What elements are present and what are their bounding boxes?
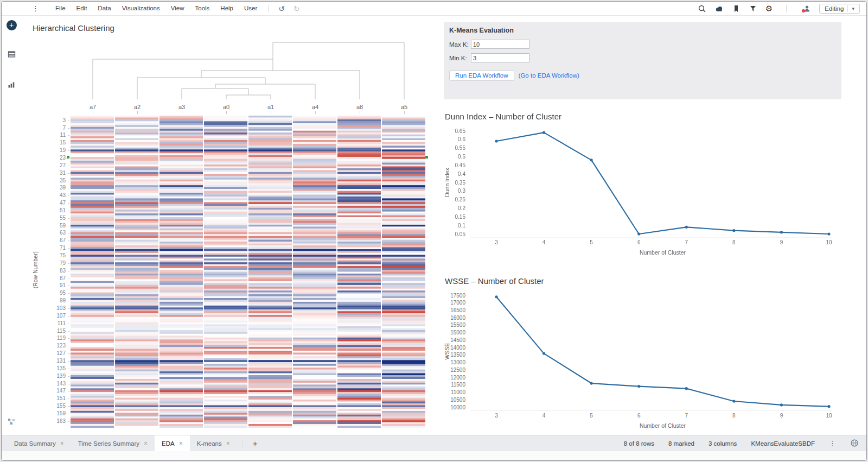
menu-data[interactable]: Data	[92, 2, 116, 15]
tab-label: K-means	[197, 440, 222, 447]
max-k-input[interactable]	[471, 40, 529, 49]
tab-eda[interactable]: EDA×	[155, 435, 190, 451]
notification-badge	[802, 9, 805, 12]
column-label: a2	[121, 104, 154, 110]
menu-help[interactable]: Help	[215, 2, 239, 15]
svg-text:Number of Cluster: Number of Cluster	[640, 422, 686, 429]
row-tick	[68, 353, 69, 354]
max-k-label: Max K:	[449, 41, 471, 48]
dunn-chart-plot[interactable]: 0.650.60.550.50.450.40.350.30.250.20.150…	[444, 126, 841, 260]
svg-text:17000: 17000	[450, 300, 465, 306]
tab-close-icon[interactable]: ×	[226, 440, 230, 447]
row-tick-label: 39	[25, 185, 66, 191]
row-tick	[68, 128, 69, 129]
row-tick-label: 11	[25, 132, 66, 138]
bottom-strip	[2, 451, 866, 460]
svg-text:0.4: 0.4	[458, 171, 465, 177]
row-tick	[68, 195, 69, 196]
menu-tools[interactable]: Tools	[189, 2, 215, 15]
svg-text:5: 5	[590, 239, 593, 245]
row-tick-label: 103	[25, 306, 66, 311]
column-label: a0	[210, 104, 242, 110]
status-menu-icon[interactable]: ⋮	[829, 439, 836, 447]
row-tick-label: 123	[25, 343, 66, 349]
row-tick-label: 99	[25, 298, 66, 303]
dendrogram[interactable]	[25, 39, 433, 103]
svg-text:17500: 17500	[450, 293, 465, 299]
search-icon[interactable]	[698, 4, 706, 13]
row-tick-label: 15	[25, 140, 66, 145]
menu-view[interactable]: View	[165, 2, 190, 15]
row-tick-label: 31	[25, 170, 66, 176]
svg-text:10000: 10000	[450, 404, 465, 410]
tab-close-icon[interactable]: ×	[60, 440, 64, 447]
row-tick	[68, 346, 69, 346]
marked-row-indicator-right	[425, 156, 428, 159]
redo-icon[interactable]: ↻	[289, 4, 304, 13]
row-tick	[68, 233, 69, 233]
notifications-icon[interactable]	[802, 4, 811, 13]
row-tick	[68, 421, 69, 422]
menu-items: FileEditDataVisualizationsViewToolsHelpU…	[50, 2, 263, 15]
gear-icon[interactable]: ⚙	[765, 4, 773, 13]
heatmap-canvas[interactable]	[71, 116, 426, 428]
menu-file[interactable]: File	[50, 2, 71, 15]
column-tick	[137, 111, 138, 114]
row-tick	[68, 406, 69, 407]
add-page-button[interactable]: +	[248, 439, 262, 448]
tab-k-means[interactable]: K-means×	[190, 435, 237, 451]
svg-text:0.1: 0.1	[458, 223, 465, 229]
row-tick-label: 115	[25, 328, 66, 334]
run-eda-workflow-button[interactable]: Run EDA Workflow	[449, 70, 514, 81]
column-tick	[404, 111, 405, 114]
row-tick-label: 27	[25, 163, 66, 168]
menu-visualizations[interactable]: Visualizations	[117, 2, 165, 15]
app-menu-icon[interactable]: ⋮	[30, 4, 41, 12]
svg-text:12500: 12500	[450, 367, 465, 373]
cloud-icon[interactable]	[714, 4, 724, 13]
svg-text:5: 5	[590, 413, 593, 419]
row-tick	[68, 248, 69, 249]
right-column: K-Means Evaluation Max K: Min K: Run EDA…	[444, 22, 841, 431]
editing-label: Editing	[825, 5, 844, 12]
menu-user[interactable]: User	[239, 2, 263, 15]
svg-text:Number of Cluster: Number of Cluster	[640, 249, 686, 256]
tab-close-icon[interactable]: ×	[179, 440, 183, 447]
row-tick	[68, 331, 69, 332]
svg-text:9: 9	[780, 413, 783, 419]
editing-mode-dropdown[interactable]: Editing ▾	[819, 4, 860, 14]
visualizations-icon[interactable]	[7, 80, 16, 91]
dunn-chart-title: Dunn Index – Number of Cluster	[444, 112, 841, 126]
svg-text:0.5: 0.5	[458, 154, 465, 160]
svg-text:9: 9	[780, 239, 783, 245]
column-tick	[93, 111, 93, 114]
min-k-input[interactable]	[471, 53, 529, 62]
row-tick	[68, 241, 69, 241]
row-tick-label: 47	[25, 200, 66, 206]
row-tick	[68, 308, 69, 309]
column-label: a8	[343, 104, 376, 110]
row-tick-label: 159	[25, 411, 66, 416]
row-tick-label: 63	[25, 230, 66, 236]
row-tick-label: 7	[25, 125, 66, 131]
add-content-button[interactable]: +	[7, 20, 17, 30]
row-tick	[68, 150, 69, 151]
row-tick-label: 127	[25, 351, 66, 356]
data-table-icon[interactable]	[7, 50, 16, 61]
cluster-network-icon[interactable]	[7, 417, 16, 428]
goto-eda-workflow-link[interactable]: (Go to EDA Workflow)	[519, 72, 579, 79]
menu-edit[interactable]: Edit	[71, 2, 93, 15]
row-tick	[68, 121, 69, 121]
row-tick	[68, 143, 69, 143]
tab-time-series-summary[interactable]: Time Series Summary×	[71, 435, 155, 451]
bookmark-icon[interactable]	[732, 4, 741, 13]
filter-icon[interactable]	[749, 4, 757, 13]
wsse-chart-plot[interactable]: 1750017000165001600015500150001450014000…	[444, 290, 841, 433]
tab-close-icon[interactable]: ×	[144, 440, 148, 447]
undo-icon[interactable]: ↺	[274, 4, 289, 13]
globe-icon[interactable]	[850, 439, 859, 448]
row-count-status: 8 of 8 rows	[624, 440, 654, 447]
tabbar-divider	[242, 440, 243, 447]
page-tab-bar: Data Summary×Time Series Summary×EDA×K-m…	[2, 435, 866, 451]
tab-data-summary[interactable]: Data Summary×	[7, 435, 71, 451]
